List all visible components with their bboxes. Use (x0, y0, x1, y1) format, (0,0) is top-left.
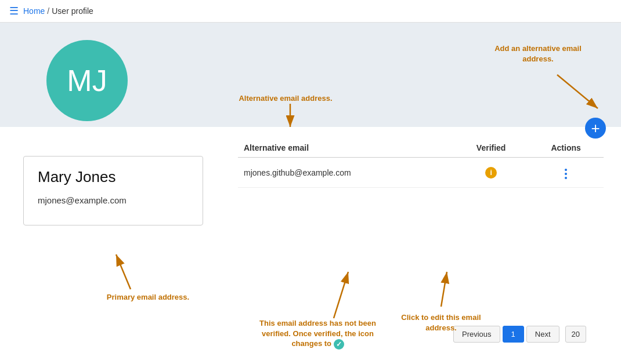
page-1-button[interactable]: 1 (503, 326, 524, 343)
menu-icon[interactable]: ☰ (9, 5, 19, 17)
user-banner: MJ Add an alternative email address. Alt… (0, 23, 621, 127)
unverified-icon[interactable]: i (485, 167, 497, 179)
add-email-button[interactable]: + (585, 118, 606, 139)
breadcrumb-separator: / (47, 6, 49, 16)
actions-menu-icon[interactable] (562, 166, 569, 181)
profile-card: Mary Jones mjones@example.com (23, 156, 203, 225)
prev-button[interactable]: Previous (453, 326, 500, 343)
avatar: MJ (46, 40, 128, 121)
svg-line-1 (557, 75, 598, 108)
cell-actions[interactable] (528, 158, 604, 188)
table-row: mjones.github@example.com i (238, 158, 604, 188)
email-table-area: Alternative email Verified Actions mjone… (238, 139, 604, 353)
email-table: Alternative email Verified Actions mjone… (238, 139, 604, 188)
col-header-verified: Verified (454, 139, 528, 158)
profile-email: mjones@example.com (38, 195, 189, 205)
cell-verified[interactable]: i (454, 158, 528, 188)
annotation-alt-email: Alternative email address. (222, 93, 349, 104)
breadcrumb: Home / User profile (23, 6, 93, 16)
pagination-bar: Previous 1 Next 20 (453, 326, 586, 343)
breadcrumb-current: User profile (52, 6, 93, 16)
topbar: ☰ Home / User profile (0, 0, 621, 23)
col-header-actions: Actions (528, 139, 604, 158)
profile-section: Mary Jones mjones@example.com (0, 127, 215, 353)
breadcrumb-home[interactable]: Home (23, 6, 45, 16)
profile-name: Mary Jones (38, 168, 189, 186)
annotation-add-email: Add an alternative email address. (489, 43, 587, 64)
per-page-indicator: 20 (565, 326, 586, 343)
col-header-email: Alternative email (238, 139, 454, 158)
next-button[interactable]: Next (526, 326, 559, 343)
cell-email: mjones.github@example.com (238, 158, 454, 188)
